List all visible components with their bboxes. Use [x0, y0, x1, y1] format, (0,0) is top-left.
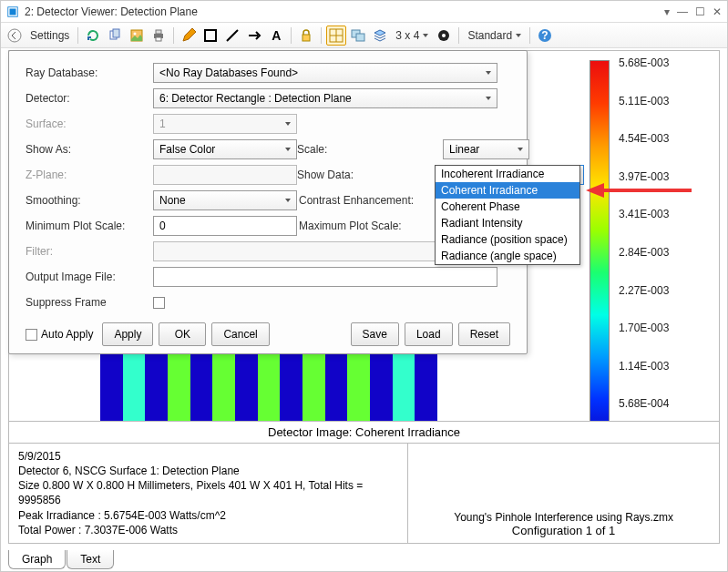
auto-apply-label: Auto Apply — [41, 328, 93, 341]
svg-rect-4 — [113, 29, 119, 37]
window-icon — [6, 5, 19, 18]
zplane-input — [153, 165, 297, 185]
grid-highlight-icon[interactable] — [326, 26, 346, 46]
info-text: Peak Irradiance : 5.6754E-003 Watts/cm^2 — [18, 508, 398, 523]
titlebar: 2: Detector Viewer: Detection Plane ▾ — … — [1, 1, 727, 23]
zplane-label: Z-Plane: — [26, 169, 153, 181]
colorbar-ticks: 5.68E-003 5.11E-003 4.54E-003 3.97E-003 … — [619, 56, 710, 448]
detector-image-title: Detector Image: Coherent Irradiance — [9, 422, 719, 444]
svg-rect-18 — [356, 34, 364, 41]
copy-icon[interactable] — [105, 26, 125, 46]
minplot-label: Minimum Plot Scale: — [26, 220, 153, 232]
standard-button[interactable]: Standard — [464, 29, 525, 42]
info-text: Total Power : 7.3037E-006 Watts — [18, 523, 398, 537]
tick-label: 1.70E-003 — [619, 322, 710, 334]
detector-combo[interactable]: 6: Detector Rectangle : Detection Plane — [153, 88, 497, 108]
tab-text[interactable]: Text — [67, 550, 114, 569]
print-icon[interactable] — [149, 26, 169, 46]
maxplot-label: Maximum Plot Scale: — [299, 220, 445, 232]
line-icon[interactable] — [222, 26, 242, 46]
app-window: 2: Detector Viewer: Detection Plane ▾ — … — [0, 0, 728, 572]
arrow-icon[interactable] — [244, 26, 264, 46]
suppress-checkbox[interactable] — [153, 297, 165, 309]
detector-label: Detector: — [26, 92, 153, 105]
dropdown-option[interactable]: Coherent Phase — [436, 199, 579, 215]
tick-label: 2.84E-003 — [619, 246, 710, 259]
reset-button[interactable]: Reset — [458, 322, 510, 346]
contrast-label: Contrast Enhancement: — [299, 194, 445, 207]
colorbar — [590, 60, 610, 443]
tabs: Graph Text — [8, 550, 115, 569]
dropdown-option[interactable]: Radiance (angle space) — [436, 248, 579, 264]
info-text: Detector 6, NSCG Surface 1: Detection Pl… — [18, 464, 398, 478]
grid-label-button[interactable]: 3 x 4 — [392, 29, 432, 42]
showas-label: Show As: — [26, 143, 153, 156]
dropdown-option[interactable]: Radiant Intensity — [436, 215, 579, 231]
output-file-input[interactable] — [153, 267, 497, 287]
auto-apply-checkbox[interactable] — [26, 329, 37, 341]
filter-label: Filter: — [26, 245, 153, 258]
refresh-icon[interactable] — [83, 26, 103, 46]
cancel-button[interactable]: Cancel — [211, 322, 269, 346]
pencil-icon[interactable] — [179, 26, 199, 46]
tick-label: 2.27E-003 — [619, 284, 710, 297]
square-icon[interactable] — [200, 26, 220, 46]
tick-label: 5.68E-003 — [619, 56, 710, 69]
ok-button[interactable]: OK — [159, 322, 206, 346]
tick-label: 5.11E-003 — [619, 95, 710, 107]
ray-db-combo[interactable]: <No Ray Databases Found> — [153, 63, 497, 83]
svg-text:?: ? — [541, 29, 548, 42]
svg-point-20 — [442, 34, 446, 37]
svg-rect-8 — [156, 30, 161, 34]
dropdown-icon[interactable]: ▾ — [664, 5, 670, 18]
tick-label: 3.41E-003 — [619, 208, 710, 220]
smoothing-combo[interactable]: None — [153, 190, 297, 210]
settings-button[interactable]: Settings — [26, 29, 73, 42]
showdata-label: Show Data: — [297, 169, 443, 181]
window-title: 2: Detector Viewer: Detection Plane — [25, 5, 664, 18]
help-icon[interactable]: ? — [535, 26, 555, 46]
dropdown-option[interactable]: Radiance (position space) — [436, 231, 579, 248]
minimize-button[interactable]: — — [677, 5, 688, 18]
windows-icon[interactable] — [348, 26, 368, 46]
info-text: Size 0.800 W X 0.800 H Millimeters, Pixe… — [18, 478, 398, 507]
svg-rect-13 — [302, 35, 310, 41]
showas-combo[interactable]: False Color — [153, 139, 297, 159]
showdata-dropdown-list: Incoherent Irradiance Coherent Irradianc… — [435, 165, 580, 265]
scale-label: Scale: — [297, 143, 443, 156]
ray-db-label: Ray Database: — [26, 66, 153, 79]
layers-icon[interactable] — [370, 26, 390, 46]
lock-icon[interactable] — [296, 26, 316, 46]
target-icon[interactable] — [434, 26, 454, 46]
maximize-button[interactable]: ☐ — [695, 5, 705, 18]
load-button[interactable]: Load — [405, 322, 453, 346]
scale-combo[interactable]: Linear — [443, 139, 529, 159]
svg-point-2 — [8, 29, 21, 42]
save-image-icon[interactable] — [127, 26, 147, 46]
surface-label: Surface: — [26, 117, 153, 130]
tick-label: 4.54E-003 — [619, 132, 710, 145]
svg-point-6 — [134, 32, 137, 35]
info-right: Young's Pinhole Interference using Rays.… — [408, 444, 719, 543]
tab-graph[interactable]: Graph — [8, 550, 66, 569]
dropdown-option[interactable]: Incoherent Irradiance — [436, 166, 579, 182]
text-icon[interactable]: A — [266, 26, 286, 46]
footer: Detector Image: Coherent Irradiance 5/9/… — [8, 421, 720, 544]
svg-marker-24 — [586, 183, 604, 198]
dropdown-option-selected[interactable]: Coherent Irradiance — [436, 182, 579, 199]
output-file-label: Output Image File: — [26, 271, 153, 283]
apply-button[interactable]: Apply — [102, 322, 153, 346]
back-icon[interactable] — [5, 26, 25, 46]
tick-label: 1.14E-003 — [619, 360, 710, 373]
close-button[interactable]: ✕ — [713, 5, 722, 18]
config-text: Configuration 1 of 1 — [417, 524, 710, 537]
save-button[interactable]: Save — [351, 322, 399, 346]
svg-rect-9 — [156, 37, 161, 41]
suppress-label: Suppress Frame — [26, 296, 153, 309]
toolbar: Settings A 3 x 4 Standard ? — [1, 23, 727, 48]
minplot-input[interactable]: 0 — [153, 216, 297, 236]
tick-label: 5.68E-004 — [619, 397, 710, 410]
info-left: 5/9/2015 Detector 6, NSCG Surface 1: Det… — [9, 444, 408, 543]
file-text: Young's Pinhole Interference using Rays.… — [417, 511, 710, 524]
svg-rect-10 — [205, 30, 216, 41]
